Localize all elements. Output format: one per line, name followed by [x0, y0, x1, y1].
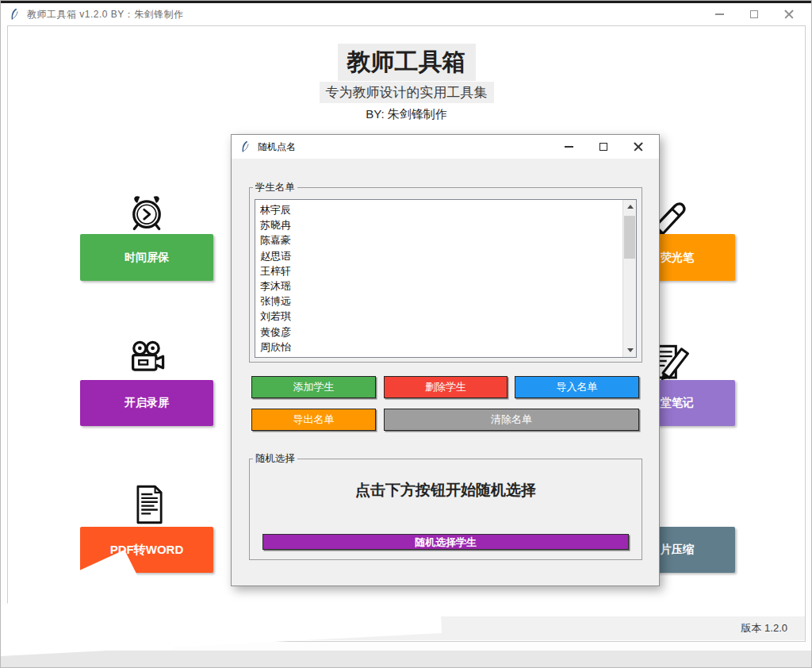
random-select-button[interactable]: 随机选择学生 — [262, 534, 629, 550]
export-list-button[interactable]: 导出名单 — [251, 409, 376, 431]
student-listbox[interactable]: 林宇辰 苏晓冉 陈嘉豪 赵思语 王梓轩 李沐瑶 张博远 刘若琪 黄俊彦 周欣怡 — [255, 199, 637, 358]
student-list-group-label: 学生名单 — [253, 181, 297, 194]
dialog-maximize-icon[interactable] — [586, 136, 621, 158]
dialog-minimize-icon[interactable] — [551, 136, 586, 158]
dialog-feather-icon — [240, 140, 251, 153]
student-list-item[interactable]: 王梓轩 — [260, 263, 618, 278]
student-list-item[interactable]: 周欣怡 — [260, 340, 618, 355]
student-list-group: 学生名单 林宇辰 苏晓冉 陈嘉豪 赵思语 王梓轩 李沐瑶 张博远 刘若琪 黄俊彦… — [249, 181, 642, 363]
app-window: 教师工具箱 v1.2.0 BY：朱剑锋制作 教师工具箱 专为教师设计的实用工具集… — [0, 0, 812, 668]
random-select-prompt: 点击下方按钮开始随机选择 — [250, 480, 642, 501]
main-titlebar[interactable]: 教师工具箱 v1.2.0 BY：朱剑锋制作 — [1, 3, 811, 25]
version-label: 版本 1.2.0 — [741, 622, 787, 634]
maximize-icon[interactable] — [737, 3, 772, 25]
tool-button-time-screensaver[interactable]: 时间屏保 — [80, 234, 213, 281]
window-bottom-edge — [1, 651, 811, 668]
student-list-item[interactable]: 张博远 — [260, 294, 618, 309]
delete-student-button[interactable]: 删除学生 — [384, 376, 508, 398]
student-list-item[interactable]: 刘若琪 — [260, 309, 618, 324]
page-subtitle-row: 专为教师设计的实用工具集 — [8, 82, 805, 103]
dialog-random-rollcall: 随机点名 学生名单 林宇辰 苏晓冉 陈嘉豪 赵思语 王梓轩 李沐瑶 张博远 刘若… — [231, 134, 660, 586]
page-subtitle: 专为教师设计的实用工具集 — [320, 82, 494, 103]
scroll-up-icon[interactable] — [623, 200, 637, 213]
student-list-item[interactable]: 李沐瑶 — [260, 278, 618, 294]
main-window-title: 教师工具箱 v1.2.0 BY：朱剑锋制作 — [27, 8, 184, 21]
app-feather-icon — [10, 8, 20, 21]
student-list-item[interactable]: 黄俊彦 — [260, 324, 618, 340]
scrollbar-thumb[interactable] — [624, 216, 635, 259]
student-list-item[interactable]: 苏晓冉 — [260, 217, 618, 232]
page-title: 教师工具箱 — [338, 44, 476, 81]
import-list-button[interactable]: 导入名单 — [515, 376, 639, 398]
dialog-title: 随机点名 — [258, 140, 296, 154]
student-list-item[interactable]: 林宇辰 — [260, 202, 618, 217]
main-window-controls — [702, 3, 806, 25]
add-student-button[interactable]: 添加学生 — [251, 376, 376, 398]
video-camera-icon — [126, 339, 167, 380]
dialog-window-controls — [551, 136, 656, 158]
tool-button-screen-record[interactable]: 开启录屏 — [80, 380, 213, 426]
page-title-row: 教师工具箱 — [8, 44, 805, 81]
minimize-icon[interactable] — [702, 3, 737, 25]
dialog-titlebar[interactable]: 随机点名 — [232, 135, 659, 159]
listbox-scrollbar[interactable] — [622, 200, 636, 357]
random-select-group: 随机选择 点击下方按钮开始随机选择 随机选择学生 — [249, 452, 642, 560]
page-byline: BY: 朱剑锋制作 — [8, 107, 805, 122]
scroll-down-icon[interactable] — [623, 344, 637, 357]
document-icon — [128, 484, 170, 525]
dialog-close-icon[interactable] — [621, 136, 656, 158]
student-names: 林宇辰 苏晓冉 陈嘉豪 赵思语 王梓轩 李沐瑶 张博远 刘若琪 黄俊彦 周欣怡 — [255, 200, 622, 357]
student-list-item[interactable]: 陈嘉豪 — [260, 232, 618, 248]
random-select-group-label: 随机选择 — [253, 452, 297, 466]
student-list-item[interactable]: 赵思语 — [260, 248, 618, 263]
alarm-clock-icon — [126, 192, 167, 233]
close-icon[interactable] — [772, 3, 806, 25]
clear-list-button[interactable]: 清除名单 — [384, 409, 639, 431]
